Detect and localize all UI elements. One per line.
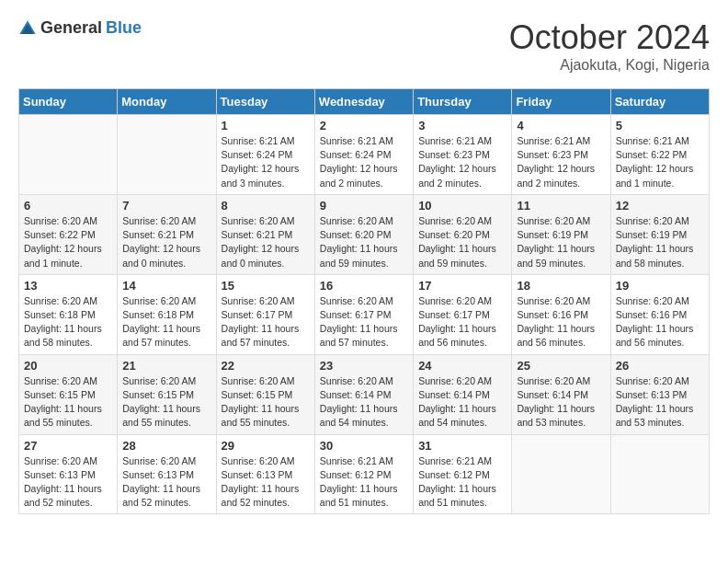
day-cell: 6Sunrise: 6:20 AMSunset: 6:22 PMDaylight… (19, 194, 118, 274)
day-number: 11 (517, 199, 605, 213)
cell-info: Sunrise: 6:20 AMSunset: 6:14 PMDaylight:… (517, 374, 605, 431)
cell-info: Sunrise: 6:20 AMSunset: 6:14 PMDaylight:… (418, 374, 506, 431)
cell-info: Sunrise: 6:21 AMSunset: 6:23 PMDaylight:… (418, 134, 506, 190)
day-cell: 11Sunrise: 6:20 AMSunset: 6:19 PMDayligh… (512, 194, 610, 274)
day-number: 18 (517, 279, 605, 293)
col-header-sunday: Sunday (19, 89, 118, 115)
day-number: 23 (320, 359, 408, 373)
day-cell: 7Sunrise: 6:20 AMSunset: 6:21 PMDaylight… (118, 194, 216, 274)
day-number: 27 (24, 439, 112, 453)
week-row-3: 13Sunrise: 6:20 AMSunset: 6:18 PMDayligh… (19, 274, 710, 354)
day-number: 15 (222, 279, 310, 293)
day-number: 2 (320, 119, 408, 132)
day-cell: 27Sunrise: 6:20 AMSunset: 6:13 PMDayligh… (19, 434, 118, 514)
cell-info: Sunrise: 6:20 AMSunset: 6:13 PMDaylight:… (24, 454, 112, 511)
day-cell: 13Sunrise: 6:20 AMSunset: 6:18 PMDayligh… (19, 274, 118, 354)
cell-info: Sunrise: 6:20 AMSunset: 6:16 PMDaylight:… (616, 294, 704, 350)
col-header-thursday: Thursday (414, 89, 512, 115)
col-header-saturday: Saturday (610, 89, 709, 115)
day-cell: 28Sunrise: 6:20 AMSunset: 6:13 PMDayligh… (118, 434, 216, 514)
day-cell (118, 115, 216, 195)
day-cell: 14Sunrise: 6:20 AMSunset: 6:18 PMDayligh… (118, 274, 216, 354)
cell-info: Sunrise: 6:21 AMSunset: 6:24 PMDaylight:… (222, 134, 310, 190)
logo-icon (18, 19, 37, 38)
title-section: October 2024 Ajaokuta, Kogi, Nigeria (509, 18, 710, 74)
day-cell: 22Sunrise: 6:20 AMSunset: 6:15 PMDayligh… (216, 354, 314, 434)
day-cell: 9Sunrise: 6:20 AMSunset: 6:20 PMDaylight… (314, 194, 413, 274)
cell-info: Sunrise: 6:20 AMSunset: 6:15 PMDaylight:… (222, 374, 310, 431)
cell-info: Sunrise: 6:20 AMSunset: 6:22 PMDaylight:… (24, 214, 112, 270)
day-cell: 4Sunrise: 6:21 AMSunset: 6:23 PMDaylight… (512, 115, 610, 195)
cell-info: Sunrise: 6:20 AMSunset: 6:16 PMDaylight:… (517, 294, 605, 350)
header-row: SundayMondayTuesdayWednesdayThursdayFrid… (19, 89, 710, 115)
day-cell: 8Sunrise: 6:20 AMSunset: 6:21 PMDaylight… (216, 194, 314, 274)
day-number: 3 (418, 119, 506, 132)
cell-info: Sunrise: 6:20 AMSunset: 6:20 PMDaylight:… (320, 214, 408, 270)
col-header-monday: Monday (118, 89, 216, 115)
day-cell: 18Sunrise: 6:20 AMSunset: 6:16 PMDayligh… (512, 274, 610, 354)
day-number: 31 (418, 439, 506, 453)
logo: GeneralBlue (18, 18, 142, 38)
day-cell: 24Sunrise: 6:20 AMSunset: 6:14 PMDayligh… (414, 354, 512, 434)
cell-info: Sunrise: 6:20 AMSunset: 6:15 PMDaylight:… (24, 374, 112, 431)
day-cell: 26Sunrise: 6:20 AMSunset: 6:13 PMDayligh… (610, 354, 709, 434)
day-number: 16 (320, 279, 408, 293)
cell-info: Sunrise: 6:20 AMSunset: 6:19 PMDaylight:… (517, 214, 605, 270)
cell-info: Sunrise: 6:20 AMSunset: 6:13 PMDaylight:… (222, 454, 310, 511)
day-number: 8 (222, 199, 310, 213)
col-header-tuesday: Tuesday (216, 89, 314, 115)
day-number: 29 (222, 439, 310, 453)
day-cell: 1Sunrise: 6:21 AMSunset: 6:24 PMDaylight… (216, 115, 314, 195)
day-cell: 2Sunrise: 6:21 AMSunset: 6:24 PMDaylight… (314, 115, 413, 195)
day-number: 12 (616, 199, 704, 213)
day-number: 28 (122, 439, 210, 453)
col-header-wednesday: Wednesday (314, 89, 413, 115)
cell-info: Sunrise: 6:21 AMSunset: 6:12 PMDaylight:… (418, 454, 506, 511)
day-cell: 25Sunrise: 6:20 AMSunset: 6:14 PMDayligh… (512, 354, 610, 434)
cell-info: Sunrise: 6:20 AMSunset: 6:17 PMDaylight:… (320, 294, 408, 350)
day-cell: 12Sunrise: 6:20 AMSunset: 6:19 PMDayligh… (610, 194, 709, 274)
day-number: 21 (122, 359, 210, 373)
week-row-2: 6Sunrise: 6:20 AMSunset: 6:22 PMDaylight… (19, 194, 710, 274)
cell-info: Sunrise: 6:20 AMSunset: 6:17 PMDaylight:… (222, 294, 310, 350)
cell-info: Sunrise: 6:21 AMSunset: 6:12 PMDaylight:… (320, 454, 408, 511)
day-cell: 19Sunrise: 6:20 AMSunset: 6:16 PMDayligh… (610, 274, 709, 354)
col-header-friday: Friday (512, 89, 610, 115)
day-cell: 30Sunrise: 6:21 AMSunset: 6:12 PMDayligh… (314, 434, 413, 514)
week-row-5: 27Sunrise: 6:20 AMSunset: 6:13 PMDayligh… (19, 434, 710, 514)
day-cell: 15Sunrise: 6:20 AMSunset: 6:17 PMDayligh… (216, 274, 314, 354)
cell-info: Sunrise: 6:20 AMSunset: 6:21 PMDaylight:… (122, 214, 210, 270)
month-year-title: October 2024 (509, 18, 710, 57)
week-row-4: 20Sunrise: 6:20 AMSunset: 6:15 PMDayligh… (19, 354, 710, 434)
day-cell: 29Sunrise: 6:20 AMSunset: 6:13 PMDayligh… (216, 434, 314, 514)
cell-info: Sunrise: 6:20 AMSunset: 6:19 PMDaylight:… (616, 214, 704, 270)
day-cell: 3Sunrise: 6:21 AMSunset: 6:23 PMDaylight… (414, 115, 512, 195)
logo-general: General (40, 18, 102, 38)
day-number: 25 (517, 359, 605, 373)
day-number: 13 (24, 279, 112, 293)
day-cell: 20Sunrise: 6:20 AMSunset: 6:15 PMDayligh… (19, 354, 118, 434)
day-cell: 16Sunrise: 6:20 AMSunset: 6:17 PMDayligh… (314, 274, 413, 354)
day-cell: 10Sunrise: 6:20 AMSunset: 6:20 PMDayligh… (414, 194, 512, 274)
day-cell (610, 434, 709, 514)
cell-info: Sunrise: 6:21 AMSunset: 6:23 PMDaylight:… (517, 134, 605, 190)
day-number: 5 (616, 119, 704, 132)
cell-info: Sunrise: 6:20 AMSunset: 6:18 PMDaylight:… (24, 294, 112, 350)
location-subtitle: Ajaokuta, Kogi, Nigeria (509, 57, 710, 74)
day-number: 9 (320, 199, 408, 213)
cell-info: Sunrise: 6:20 AMSunset: 6:13 PMDaylight:… (122, 454, 210, 511)
cell-info: Sunrise: 6:20 AMSunset: 6:13 PMDaylight:… (616, 374, 704, 431)
cell-info: Sunrise: 6:21 AMSunset: 6:22 PMDaylight:… (616, 134, 704, 190)
day-number: 4 (517, 119, 605, 132)
day-number: 22 (222, 359, 310, 373)
cell-info: Sunrise: 6:20 AMSunset: 6:21 PMDaylight:… (222, 214, 310, 270)
day-number: 24 (418, 359, 506, 373)
day-cell (19, 115, 118, 195)
day-number: 10 (418, 199, 506, 213)
day-cell: 5Sunrise: 6:21 AMSunset: 6:22 PMDaylight… (610, 115, 709, 195)
day-cell: 21Sunrise: 6:20 AMSunset: 6:15 PMDayligh… (118, 354, 216, 434)
week-row-1: 1Sunrise: 6:21 AMSunset: 6:24 PMDaylight… (19, 115, 710, 195)
day-cell: 23Sunrise: 6:20 AMSunset: 6:14 PMDayligh… (314, 354, 413, 434)
logo-blue: Blue (106, 18, 142, 38)
day-number: 6 (24, 199, 112, 213)
